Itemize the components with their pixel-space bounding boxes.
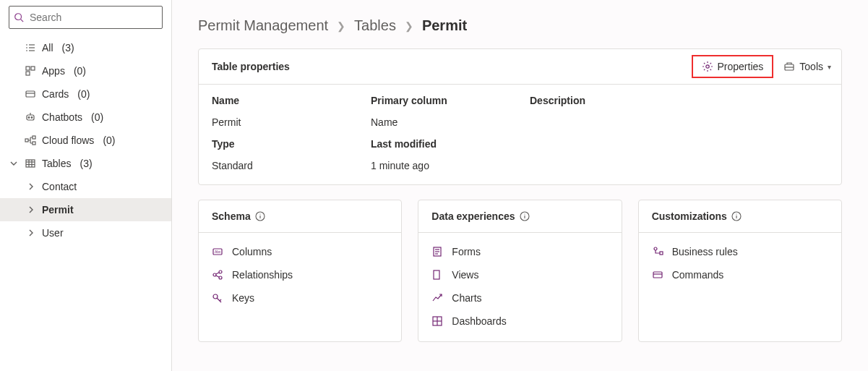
cust-commands[interactable]: Commands bbox=[639, 263, 841, 286]
cust-item-label: Commands bbox=[672, 269, 724, 281]
chevron-right-icon: ❯ bbox=[337, 20, 345, 32]
de-item-label: Forms bbox=[452, 246, 481, 257]
de-charts[interactable]: Charts bbox=[418, 286, 621, 310]
relationships-icon bbox=[212, 269, 223, 281]
commands-icon bbox=[652, 269, 663, 281]
de-forms[interactable]: Forms bbox=[418, 240, 621, 263]
cust-business-rules[interactable]: Business rules bbox=[639, 240, 841, 263]
customizations-card: Customizations Business rules Commands bbox=[638, 200, 842, 342]
sidebar-item-label: Apps bbox=[42, 65, 65, 77]
svg-line-36 bbox=[216, 273, 220, 274]
table-properties-title: Table properties bbox=[212, 61, 290, 72]
data-experiences-card-title: Data experiences bbox=[431, 210, 515, 222]
prop-description-value bbox=[530, 116, 828, 128]
prop-description-label: Description bbox=[530, 95, 828, 106]
tools-button[interactable]: Tools ▾ bbox=[778, 58, 837, 75]
sidebar-item-label: Cloud flows bbox=[42, 135, 94, 146]
sidebar-item-label: Cards bbox=[42, 88, 69, 100]
sidebar-item-label: Tables bbox=[42, 158, 71, 169]
schema-item-label: Columns bbox=[232, 246, 272, 257]
prop-primary-value: Name bbox=[371, 116, 530, 128]
svg-rect-57 bbox=[653, 272, 662, 278]
de-item-label: Dashboards bbox=[452, 315, 507, 327]
toolbox-icon bbox=[783, 61, 795, 72]
charts-icon bbox=[431, 292, 443, 304]
sidebar-item-chatbots[interactable]: Chatbots (0) bbox=[0, 106, 171, 129]
svg-point-14 bbox=[28, 117, 30, 119]
schema-columns[interactable]: Abc Columns bbox=[199, 240, 401, 263]
main: Permit Management ❯ Tables ❯ Permit Tabl… bbox=[172, 0, 868, 371]
svg-rect-19 bbox=[33, 142, 35, 145]
svg-point-15 bbox=[31, 117, 33, 119]
svg-rect-13 bbox=[27, 115, 34, 120]
cust-item-label: Business rules bbox=[672, 246, 738, 257]
svg-rect-48 bbox=[434, 270, 439, 279]
chevron-down-icon: ▾ bbox=[828, 63, 831, 71]
search-input[interactable] bbox=[28, 11, 158, 24]
sidebar-table-contact[interactable]: Contact bbox=[0, 175, 171, 198]
info-icon[interactable] bbox=[520, 211, 530, 221]
svg-point-43 bbox=[524, 213, 525, 214]
prop-type-value: Standard bbox=[212, 160, 371, 171]
sidebar-item-count: (0) bbox=[77, 88, 90, 100]
chatbot-icon bbox=[25, 111, 36, 123]
sidebar: All (3) Apps (0) Cards (0) Ch bbox=[0, 0, 172, 371]
sidebar-item-cloud-flows[interactable]: Cloud flows (0) bbox=[0, 129, 171, 152]
de-dashboards[interactable]: Dashboards bbox=[418, 310, 621, 333]
chevron-right-icon bbox=[26, 183, 36, 190]
sidebar-tree: All (3) Apps (0) Cards (0) Ch bbox=[0, 33, 171, 244]
breadcrumb: Permit Management ❯ Tables ❯ Permit bbox=[198, 17, 842, 34]
search-icon bbox=[14, 12, 24, 22]
sidebar-item-label: User bbox=[42, 227, 64, 239]
chevron-right-icon bbox=[26, 206, 36, 213]
sidebar-item-label: Permit bbox=[42, 204, 74, 216]
de-views[interactable]: Views bbox=[418, 263, 621, 286]
apps-icon bbox=[25, 65, 36, 77]
svg-rect-9 bbox=[31, 67, 35, 70]
sidebar-item-tables[interactable]: Tables (3) bbox=[0, 152, 171, 175]
prop-name-value: Permit bbox=[212, 116, 371, 128]
sidebar-item-label: Contact bbox=[42, 181, 77, 192]
dashboards-icon bbox=[431, 315, 443, 327]
chevron-down-icon bbox=[9, 160, 19, 167]
schema-keys[interactable]: Keys bbox=[199, 286, 401, 310]
breadcrumb-tables[interactable]: Tables bbox=[354, 17, 396, 34]
info-icon[interactable] bbox=[255, 211, 265, 221]
schema-item-label: Relationships bbox=[232, 269, 293, 281]
info-icon[interactable] bbox=[731, 211, 742, 221]
sidebar-item-all[interactable]: All (3) bbox=[0, 36, 171, 59]
svg-rect-18 bbox=[33, 136, 35, 139]
breadcrumb-solution[interactable]: Permit Management bbox=[198, 17, 328, 34]
keys-icon bbox=[212, 292, 223, 304]
views-icon bbox=[431, 269, 443, 281]
properties-button[interactable]: Properties bbox=[692, 55, 774, 78]
svg-rect-8 bbox=[26, 67, 30, 70]
sidebar-table-permit[interactable]: Permit bbox=[0, 198, 171, 221]
table-properties-card: Table properties Properties Tools ▾ Name… bbox=[198, 48, 842, 185]
svg-point-34 bbox=[219, 270, 222, 273]
de-item-label: Charts bbox=[452, 292, 481, 304]
schema-item-label: Keys bbox=[232, 292, 254, 304]
sidebar-item-count: (0) bbox=[103, 135, 115, 146]
flow-icon bbox=[25, 135, 36, 146]
cards-icon bbox=[25, 88, 36, 100]
schema-relationships[interactable]: Relationships bbox=[199, 263, 401, 286]
de-item-label: Views bbox=[452, 269, 478, 281]
sidebar-item-cards[interactable]: Cards (0) bbox=[0, 82, 171, 106]
sidebar-table-user[interactable]: User bbox=[0, 221, 171, 244]
svg-rect-17 bbox=[25, 139, 28, 142]
svg-point-35 bbox=[219, 276, 222, 279]
svg-line-1 bbox=[21, 20, 24, 22]
svg-point-30 bbox=[259, 213, 260, 214]
properties-button-label: Properties bbox=[718, 61, 764, 72]
sidebar-item-count: (3) bbox=[62, 42, 74, 54]
prop-modified-value: 1 minute ago bbox=[371, 160, 530, 171]
svg-rect-56 bbox=[660, 252, 663, 255]
schema-card: Schema Abc Columns Relationships Keys bbox=[198, 200, 402, 342]
columns-icon: Abc bbox=[212, 246, 223, 257]
search-box[interactable] bbox=[9, 6, 163, 29]
table-icon bbox=[25, 158, 36, 169]
sidebar-item-label: Chatbots bbox=[42, 111, 82, 123]
sidebar-item-apps[interactable]: Apps (0) bbox=[0, 59, 171, 82]
sidebar-item-count: (3) bbox=[80, 158, 92, 169]
